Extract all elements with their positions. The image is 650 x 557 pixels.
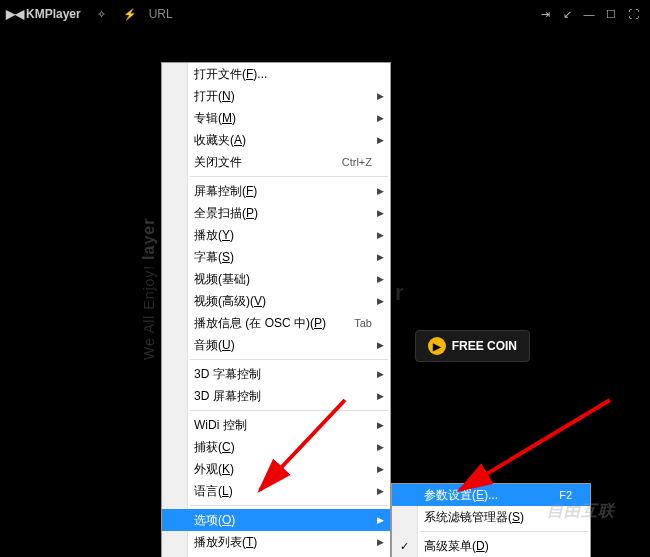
submenu-arrow-icon: ▶ bbox=[377, 509, 384, 531]
close-button[interactable]: ⛶ bbox=[622, 8, 644, 20]
menu-item-label: 音频(U) bbox=[194, 334, 372, 356]
main-menu-item-24[interactable]: 播放列表(T)▶ bbox=[162, 531, 390, 553]
context-menu-main[interactable]: 打开文件(F)...打开(N)▶专辑(M)▶收藏夹(A)▶关闭文件Ctrl+Z屏… bbox=[161, 62, 391, 557]
maximize-button[interactable]: ☐ bbox=[600, 8, 622, 21]
submenu-arrow-icon: ▶ bbox=[377, 129, 384, 151]
menu-separator bbox=[420, 531, 588, 532]
vertical-brand: We All Enjoy! layer bbox=[140, 218, 158, 361]
submenu-arrow-icon: ▶ bbox=[377, 458, 384, 480]
main-menu-item-11[interactable]: 视频(高级)(V)▶ bbox=[162, 290, 390, 312]
submenu-arrow-icon: ▶ bbox=[377, 385, 384, 407]
menu-separator bbox=[190, 410, 388, 411]
menu-item-label: 专辑(M) bbox=[194, 107, 372, 129]
submenu-arrow-icon: ▶ bbox=[377, 202, 384, 224]
main-menu-item-18[interactable]: WiDi 控制▶ bbox=[162, 414, 390, 436]
submenu-arrow-icon: ▶ bbox=[377, 85, 384, 107]
free-coin-badge[interactable]: ▶ FREE COIN bbox=[415, 330, 530, 362]
main-menu-item-8[interactable]: 播放(Y)▶ bbox=[162, 224, 390, 246]
menu-item-label: 播放列表(T) bbox=[194, 531, 372, 553]
main-menu-item-12[interactable]: 播放信息 (在 OSC 中)(P)Tab bbox=[162, 312, 390, 334]
menu-separator bbox=[190, 176, 388, 177]
submenu-arrow-icon: ▶ bbox=[377, 414, 384, 436]
submenu-arrow-icon: ▶ bbox=[377, 290, 384, 312]
main-menu-item-10[interactable]: 视频(基础)▶ bbox=[162, 268, 390, 290]
menu-item-label: 关闭文件 bbox=[194, 151, 342, 173]
menu-item-label: 选项(O) bbox=[194, 509, 372, 531]
svg-line-1 bbox=[460, 400, 610, 490]
menu-item-label: 打开文件(F)... bbox=[194, 63, 372, 85]
submenu-arrow-icon: ▶ bbox=[377, 180, 384, 202]
menu-item-label: 3D 屏幕控制 bbox=[194, 385, 372, 407]
title-bar: ▶◀ KMPlayer ✧ ⚡ URL ⇥ ↙ — ☐ ⛶ bbox=[0, 0, 650, 28]
main-menu-item-19[interactable]: 捕获(C)▶ bbox=[162, 436, 390, 458]
submenu-arrow-icon: ▶ bbox=[377, 268, 384, 290]
main-menu-item-16[interactable]: 3D 屏幕控制▶ bbox=[162, 385, 390, 407]
main-menu-item-7[interactable]: 全景扫描(P)▶ bbox=[162, 202, 390, 224]
free-coin-label: FREE COIN bbox=[452, 339, 517, 353]
menu-item-label: 收藏夹(A) bbox=[194, 129, 372, 151]
main-menu-item-1[interactable]: 打开(N)▶ bbox=[162, 85, 390, 107]
submenu-arrow-icon: ▶ bbox=[377, 363, 384, 385]
menu-item-label: 3D 字幕控制 bbox=[194, 363, 372, 385]
submenu-arrow-icon: ▶ bbox=[377, 436, 384, 458]
submenu-arrow-icon: ▶ bbox=[377, 480, 384, 502]
submenu-arrow-icon: ▶ bbox=[377, 246, 384, 268]
main-menu-item-21[interactable]: 语言(L)▶ bbox=[162, 480, 390, 502]
menu-item-label: 参数设置(E)... bbox=[424, 484, 559, 506]
menu-item-label: 字幕(S) bbox=[194, 246, 372, 268]
main-menu-item-25[interactable]: 控制面板(2)Alt+G bbox=[162, 553, 390, 557]
options-submenu-item-3[interactable]: ✓高级菜单(D) bbox=[392, 535, 590, 557]
app-logo: ▶◀ KMPlayer bbox=[6, 7, 81, 21]
submenu-arrow-icon: ▶ bbox=[377, 107, 384, 129]
menu-shortcut: Ctrl+Z bbox=[342, 151, 372, 173]
main-menu-item-6[interactable]: 屏幕控制(F)▶ bbox=[162, 180, 390, 202]
menu-item-label: 屏幕控制(F) bbox=[194, 180, 372, 202]
main-menu-item-13[interactable]: 音频(U)▶ bbox=[162, 334, 390, 356]
submenu-arrow-icon: ▶ bbox=[377, 531, 384, 553]
menu-item-label: 播放(Y) bbox=[194, 224, 372, 246]
url-label[interactable]: URL bbox=[149, 7, 173, 21]
menu-separator bbox=[190, 359, 388, 360]
submenu-arrow-icon: ▶ bbox=[377, 224, 384, 246]
watermark: 自由互联 bbox=[547, 501, 615, 522]
menu-item-label: 全景扫描(P) bbox=[194, 202, 372, 224]
logo-text: KMPlayer bbox=[26, 7, 81, 21]
menu-item-label: 控制面板(2) bbox=[194, 553, 344, 557]
logo-mark: ▶◀ bbox=[6, 7, 24, 21]
menu-item-label: WiDi 控制 bbox=[194, 414, 372, 436]
lightning-icon[interactable]: ⚡ bbox=[119, 8, 141, 21]
check-icon: ✓ bbox=[400, 535, 409, 557]
minimize-button[interactable]: — bbox=[578, 8, 600, 20]
main-menu-item-9[interactable]: 字幕(S)▶ bbox=[162, 246, 390, 268]
menu-item-label: 外观(K) bbox=[194, 458, 372, 480]
main-menu-item-23[interactable]: 选项(O)▶ bbox=[162, 509, 390, 531]
menu-item-label: 高级菜单(D) bbox=[424, 535, 572, 557]
pin-icon[interactable]: ✧ bbox=[91, 8, 113, 21]
menu-item-label: 视频(高级)(V) bbox=[194, 290, 372, 312]
menu-item-label: 视频(基础) bbox=[194, 268, 372, 290]
main-menu-item-0[interactable]: 打开文件(F)... bbox=[162, 63, 390, 85]
compact-icon[interactable]: ⇥ bbox=[534, 8, 556, 21]
shrink-icon[interactable]: ↙ bbox=[556, 8, 578, 21]
main-menu-item-20[interactable]: 外观(K)▶ bbox=[162, 458, 390, 480]
main-menu-item-15[interactable]: 3D 字幕控制▶ bbox=[162, 363, 390, 385]
menu-shortcut: Alt+G bbox=[344, 553, 372, 557]
background-glyph: r bbox=[395, 280, 404, 306]
menu-item-label: 打开(N) bbox=[194, 85, 372, 107]
menu-item-label: 语言(L) bbox=[194, 480, 372, 502]
menu-separator bbox=[190, 505, 388, 506]
main-menu-item-4[interactable]: 关闭文件Ctrl+Z bbox=[162, 151, 390, 173]
menu-shortcut: Tab bbox=[354, 312, 372, 334]
main-menu-item-2[interactable]: 专辑(M)▶ bbox=[162, 107, 390, 129]
coin-icon: ▶ bbox=[428, 337, 446, 355]
menu-item-label: 播放信息 (在 OSC 中)(P) bbox=[194, 312, 354, 334]
main-menu-item-3[interactable]: 收藏夹(A)▶ bbox=[162, 129, 390, 151]
submenu-arrow-icon: ▶ bbox=[377, 334, 384, 356]
menu-item-label: 捕获(C) bbox=[194, 436, 372, 458]
